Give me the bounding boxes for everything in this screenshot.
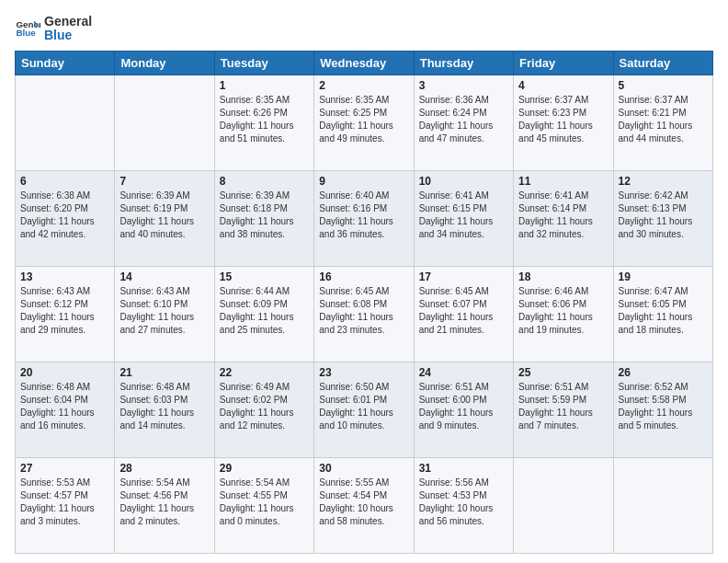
day-info: Sunrise: 6:52 AMSunset: 5:58 PMDaylight:… bbox=[619, 381, 708, 432]
day-info: Sunrise: 6:43 AMSunset: 6:10 PMDaylight:… bbox=[119, 285, 209, 337]
calendar-cell: 16Sunrise: 6:45 AMSunset: 6:08 PMDayligh… bbox=[314, 266, 414, 362]
day-info: Sunrise: 6:38 AMSunset: 6:20 PMDaylight:… bbox=[20, 190, 109, 241]
day-number: 21 bbox=[119, 366, 209, 379]
day-info: Sunrise: 6:51 AMSunset: 5:59 PMDaylight:… bbox=[518, 381, 608, 432]
svg-text:Blue: Blue bbox=[16, 29, 36, 39]
day-number: 31 bbox=[419, 462, 508, 475]
calendar-cell: 10Sunrise: 6:41 AMSunset: 6:15 PMDayligh… bbox=[414, 170, 513, 266]
day-number: 4 bbox=[518, 79, 608, 92]
calendar-cell: 12Sunrise: 6:42 AMSunset: 6:13 PMDayligh… bbox=[613, 170, 712, 266]
day-number: 2 bbox=[319, 79, 408, 92]
day-info: Sunrise: 6:35 AMSunset: 6:25 PMDaylight:… bbox=[319, 94, 408, 145]
day-info: Sunrise: 6:39 AMSunset: 6:18 PMDaylight:… bbox=[220, 190, 309, 241]
logo: General Blue General Blue bbox=[15, 15, 92, 43]
day-info: Sunrise: 6:48 AMSunset: 6:04 PMDaylight:… bbox=[20, 381, 109, 432]
day-number: 22 bbox=[220, 366, 309, 379]
day-info: Sunrise: 6:45 AMSunset: 6:07 PMDaylight:… bbox=[419, 285, 508, 337]
calendar-cell: 1Sunrise: 6:35 AMSunset: 6:26 PMDaylight… bbox=[214, 75, 313, 170]
day-info: Sunrise: 6:36 AMSunset: 6:24 PMDaylight:… bbox=[419, 94, 508, 145]
day-number: 8 bbox=[220, 175, 309, 188]
calendar-week-2: 6Sunrise: 6:38 AMSunset: 6:20 PMDaylight… bbox=[16, 170, 713, 266]
day-info: Sunrise: 5:54 AMSunset: 4:55 PMDaylight:… bbox=[220, 477, 309, 528]
day-info: Sunrise: 6:48 AMSunset: 6:03 PMDaylight:… bbox=[119, 381, 209, 432]
calendar-cell: 9Sunrise: 6:40 AMSunset: 6:16 PMDaylight… bbox=[314, 170, 414, 266]
day-info: Sunrise: 6:43 AMSunset: 6:12 PMDaylight:… bbox=[20, 285, 109, 337]
day-number: 18 bbox=[518, 270, 608, 283]
day-info: Sunrise: 5:55 AMSunset: 4:54 PMDaylight:… bbox=[319, 477, 408, 528]
day-number: 28 bbox=[119, 462, 209, 475]
day-number: 27 bbox=[20, 462, 109, 475]
calendar-header-row: SundayMondayTuesdayWednesdayThursdayFrid… bbox=[16, 51, 713, 75]
calendar-cell: 30Sunrise: 5:55 AMSunset: 4:54 PMDayligh… bbox=[314, 457, 414, 553]
day-info: Sunrise: 6:37 AMSunset: 6:23 PMDaylight:… bbox=[518, 94, 608, 145]
logo-icon: General Blue bbox=[15, 16, 40, 41]
day-info: Sunrise: 6:35 AMSunset: 6:26 PMDaylight:… bbox=[220, 94, 309, 145]
day-number: 12 bbox=[619, 175, 708, 188]
day-info: Sunrise: 5:53 AMSunset: 4:57 PMDaylight:… bbox=[20, 477, 109, 528]
day-of-week-monday: Monday bbox=[115, 51, 214, 75]
calendar-cell: 27Sunrise: 5:53 AMSunset: 4:57 PMDayligh… bbox=[16, 457, 115, 553]
calendar-cell: 5Sunrise: 6:37 AMSunset: 6:21 PMDaylight… bbox=[613, 75, 712, 170]
calendar-cell: 14Sunrise: 6:43 AMSunset: 6:10 PMDayligh… bbox=[115, 266, 214, 362]
day-number: 15 bbox=[220, 270, 309, 283]
calendar-cell: 19Sunrise: 6:47 AMSunset: 6:05 PMDayligh… bbox=[613, 266, 712, 362]
calendar-cell: 15Sunrise: 6:44 AMSunset: 6:09 PMDayligh… bbox=[214, 266, 313, 362]
calendar-cell: 13Sunrise: 6:43 AMSunset: 6:12 PMDayligh… bbox=[16, 266, 115, 362]
calendar-week-4: 20Sunrise: 6:48 AMSunset: 6:04 PMDayligh… bbox=[16, 362, 713, 457]
day-number: 5 bbox=[619, 79, 708, 92]
calendar-week-3: 13Sunrise: 6:43 AMSunset: 6:12 PMDayligh… bbox=[16, 266, 713, 362]
calendar-cell: 31Sunrise: 5:56 AMSunset: 4:53 PMDayligh… bbox=[414, 457, 513, 553]
day-info: Sunrise: 6:47 AMSunset: 6:05 PMDaylight:… bbox=[619, 285, 708, 337]
calendar-cell: 2Sunrise: 6:35 AMSunset: 6:25 PMDaylight… bbox=[314, 75, 414, 170]
calendar-cell bbox=[514, 457, 613, 553]
day-info: Sunrise: 6:44 AMSunset: 6:09 PMDaylight:… bbox=[220, 285, 309, 337]
calendar-cell: 26Sunrise: 6:52 AMSunset: 5:58 PMDayligh… bbox=[613, 362, 712, 457]
day-info: Sunrise: 6:46 AMSunset: 6:06 PMDaylight:… bbox=[518, 285, 608, 337]
day-info: Sunrise: 6:51 AMSunset: 6:00 PMDaylight:… bbox=[419, 381, 508, 432]
day-number: 16 bbox=[319, 270, 408, 283]
day-number: 30 bbox=[319, 462, 408, 475]
day-info: Sunrise: 5:56 AMSunset: 4:53 PMDaylight:… bbox=[419, 477, 508, 528]
calendar-cell: 17Sunrise: 6:45 AMSunset: 6:07 PMDayligh… bbox=[414, 266, 513, 362]
calendar-cell: 11Sunrise: 6:41 AMSunset: 6:14 PMDayligh… bbox=[514, 170, 613, 266]
calendar-cell bbox=[115, 75, 214, 170]
day-of-week-tuesday: Tuesday bbox=[214, 51, 313, 75]
calendar-table: SundayMondayTuesdayWednesdayThursdayFrid… bbox=[15, 51, 713, 554]
calendar-cell: 20Sunrise: 6:48 AMSunset: 6:04 PMDayligh… bbox=[16, 362, 115, 457]
calendar-cell: 4Sunrise: 6:37 AMSunset: 6:23 PMDaylight… bbox=[514, 75, 613, 170]
calendar-cell: 24Sunrise: 6:51 AMSunset: 6:00 PMDayligh… bbox=[414, 362, 513, 457]
day-number: 20 bbox=[20, 366, 109, 379]
header: General Blue General Blue bbox=[15, 15, 713, 43]
day-info: Sunrise: 6:49 AMSunset: 6:02 PMDaylight:… bbox=[220, 381, 309, 432]
calendar-cell: 23Sunrise: 6:50 AMSunset: 6:01 PMDayligh… bbox=[314, 362, 414, 457]
day-of-week-friday: Friday bbox=[514, 51, 613, 75]
calendar-cell: 6Sunrise: 6:38 AMSunset: 6:20 PMDaylight… bbox=[16, 170, 115, 266]
calendar-week-1: 1Sunrise: 6:35 AMSunset: 6:26 PMDaylight… bbox=[16, 75, 713, 170]
day-number: 19 bbox=[619, 270, 708, 283]
day-number: 23 bbox=[319, 366, 408, 379]
day-number: 25 bbox=[518, 366, 608, 379]
logo-blue: Blue bbox=[44, 29, 92, 42]
day-of-week-sunday: Sunday bbox=[16, 51, 115, 75]
day-number: 10 bbox=[419, 175, 508, 188]
calendar-cell: 8Sunrise: 6:39 AMSunset: 6:18 PMDaylight… bbox=[214, 170, 313, 266]
day-info: Sunrise: 6:45 AMSunset: 6:08 PMDaylight:… bbox=[319, 285, 408, 337]
calendar-cell: 18Sunrise: 6:46 AMSunset: 6:06 PMDayligh… bbox=[514, 266, 613, 362]
calendar-cell: 25Sunrise: 6:51 AMSunset: 5:59 PMDayligh… bbox=[514, 362, 613, 457]
day-info: Sunrise: 6:39 AMSunset: 6:19 PMDaylight:… bbox=[119, 190, 209, 241]
day-number: 17 bbox=[419, 270, 508, 283]
day-number: 14 bbox=[119, 270, 209, 283]
day-info: Sunrise: 6:42 AMSunset: 6:13 PMDaylight:… bbox=[619, 190, 708, 241]
day-info: Sunrise: 5:54 AMSunset: 4:56 PMDaylight:… bbox=[119, 477, 209, 528]
day-number: 11 bbox=[518, 175, 608, 188]
calendar-cell bbox=[16, 75, 115, 170]
calendar-week-5: 27Sunrise: 5:53 AMSunset: 4:57 PMDayligh… bbox=[16, 457, 713, 553]
day-number: 9 bbox=[319, 175, 408, 188]
calendar-cell: 3Sunrise: 6:36 AMSunset: 6:24 PMDaylight… bbox=[414, 75, 513, 170]
day-of-week-saturday: Saturday bbox=[613, 51, 712, 75]
calendar-cell: 21Sunrise: 6:48 AMSunset: 6:03 PMDayligh… bbox=[115, 362, 214, 457]
day-number: 26 bbox=[619, 366, 708, 379]
day-number: 13 bbox=[20, 270, 109, 283]
day-number: 3 bbox=[419, 79, 508, 92]
day-number: 24 bbox=[419, 366, 508, 379]
